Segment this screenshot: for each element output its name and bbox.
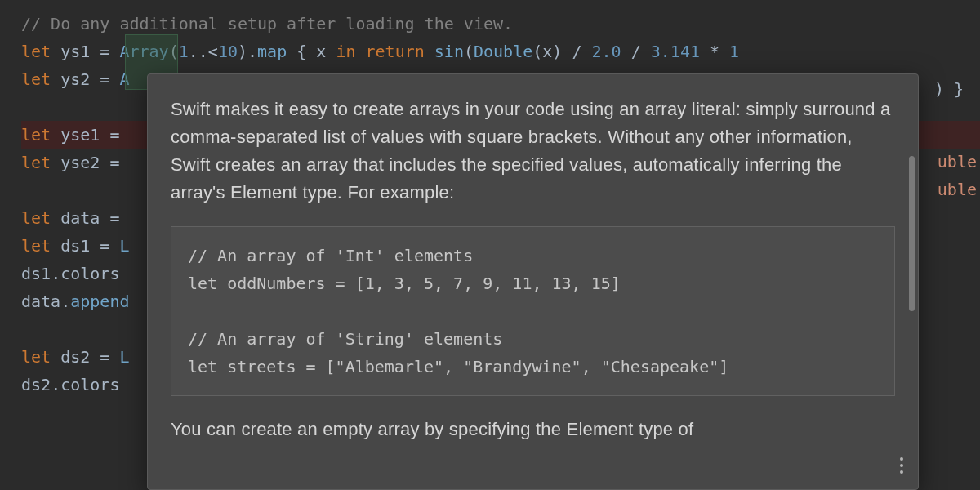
- code-line[interactable]: // Do any additional setup after loading…: [21, 10, 980, 38]
- truncated-text-right-1: uble: [938, 152, 980, 172]
- code-peek-closing: ) }: [934, 79, 964, 99]
- doc-paragraph: You can create an empty array by specify…: [171, 416, 895, 443]
- doc-code-example: // An array of 'Int' elements let oddNum…: [171, 226, 895, 396]
- more-options-icon[interactable]: [893, 453, 910, 478]
- doc-paragraph: Swift makes it easy to create arrays in …: [171, 96, 895, 207]
- documentation-popup: Swift makes it easy to create arrays in …: [147, 74, 919, 490]
- scrollbar-thumb[interactable]: [909, 156, 915, 311]
- documentation-popup-content[interactable]: Swift makes it easy to create arrays in …: [148, 74, 918, 489]
- code-line[interactable]: let ys1 = Array(1..<10).map { x in retur…: [21, 38, 980, 65]
- truncated-text-right-2: uble: [938, 180, 980, 199]
